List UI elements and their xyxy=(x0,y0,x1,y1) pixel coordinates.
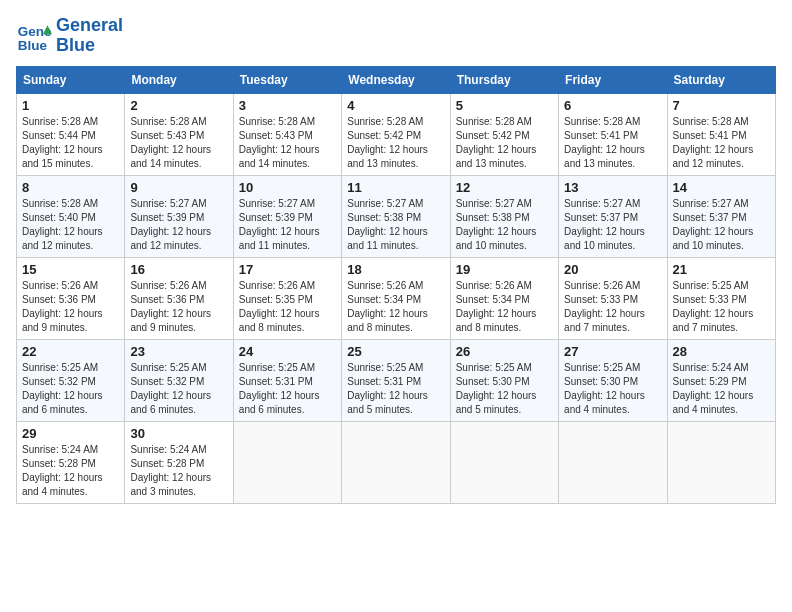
calendar-day-9: 9 Sunrise: 5:27 AMSunset: 5:39 PMDayligh… xyxy=(125,175,233,257)
day-detail: Sunrise: 5:28 AMSunset: 5:42 PMDaylight:… xyxy=(456,116,537,169)
empty-cell xyxy=(233,421,341,503)
day-detail: Sunrise: 5:25 AMSunset: 5:32 PMDaylight:… xyxy=(22,362,103,415)
calendar-day-3: 3 Sunrise: 5:28 AMSunset: 5:43 PMDayligh… xyxy=(233,93,341,175)
day-detail: Sunrise: 5:27 AMSunset: 5:39 PMDaylight:… xyxy=(239,198,320,251)
day-detail: Sunrise: 5:25 AMSunset: 5:31 PMDaylight:… xyxy=(239,362,320,415)
page-header: General Blue General Blue xyxy=(16,16,776,56)
day-detail: Sunrise: 5:28 AMSunset: 5:42 PMDaylight:… xyxy=(347,116,428,169)
day-number: 24 xyxy=(239,344,336,359)
weekday-header-wednesday: Wednesday xyxy=(342,66,450,93)
day-detail: Sunrise: 5:25 AMSunset: 5:33 PMDaylight:… xyxy=(673,280,754,333)
day-detail: Sunrise: 5:27 AMSunset: 5:39 PMDaylight:… xyxy=(130,198,211,251)
weekday-header-friday: Friday xyxy=(559,66,667,93)
day-detail: Sunrise: 5:25 AMSunset: 5:30 PMDaylight:… xyxy=(564,362,645,415)
day-detail: Sunrise: 5:24 AMSunset: 5:29 PMDaylight:… xyxy=(673,362,754,415)
day-number: 9 xyxy=(130,180,227,195)
day-number: 25 xyxy=(347,344,444,359)
day-number: 29 xyxy=(22,426,119,441)
weekday-header-tuesday: Tuesday xyxy=(233,66,341,93)
calendar-day-13: 13 Sunrise: 5:27 AMSunset: 5:37 PMDaylig… xyxy=(559,175,667,257)
logo-icon: General Blue xyxy=(16,18,52,54)
day-detail: Sunrise: 5:26 AMSunset: 5:35 PMDaylight:… xyxy=(239,280,320,333)
day-number: 19 xyxy=(456,262,553,277)
day-number: 11 xyxy=(347,180,444,195)
day-detail: Sunrise: 5:26 AMSunset: 5:34 PMDaylight:… xyxy=(347,280,428,333)
day-detail: Sunrise: 5:27 AMSunset: 5:38 PMDaylight:… xyxy=(347,198,428,251)
day-detail: Sunrise: 5:28 AMSunset: 5:44 PMDaylight:… xyxy=(22,116,103,169)
day-number: 3 xyxy=(239,98,336,113)
day-number: 22 xyxy=(22,344,119,359)
calendar-table: SundayMondayTuesdayWednesdayThursdayFrid… xyxy=(16,66,776,504)
calendar-day-1: 1 Sunrise: 5:28 AMSunset: 5:44 PMDayligh… xyxy=(17,93,125,175)
day-detail: Sunrise: 5:24 AMSunset: 5:28 PMDaylight:… xyxy=(22,444,103,497)
day-number: 16 xyxy=(130,262,227,277)
day-number: 30 xyxy=(130,426,227,441)
day-number: 28 xyxy=(673,344,770,359)
empty-cell xyxy=(667,421,775,503)
empty-cell xyxy=(559,421,667,503)
day-detail: Sunrise: 5:28 AMSunset: 5:43 PMDaylight:… xyxy=(239,116,320,169)
day-number: 1 xyxy=(22,98,119,113)
day-number: 10 xyxy=(239,180,336,195)
calendar-week-1: 1 Sunrise: 5:28 AMSunset: 5:44 PMDayligh… xyxy=(17,93,776,175)
calendar-day-5: 5 Sunrise: 5:28 AMSunset: 5:42 PMDayligh… xyxy=(450,93,558,175)
calendar-day-17: 17 Sunrise: 5:26 AMSunset: 5:35 PMDaylig… xyxy=(233,257,341,339)
calendar-day-28: 28 Sunrise: 5:24 AMSunset: 5:29 PMDaylig… xyxy=(667,339,775,421)
calendar-day-20: 20 Sunrise: 5:26 AMSunset: 5:33 PMDaylig… xyxy=(559,257,667,339)
day-detail: Sunrise: 5:28 AMSunset: 5:40 PMDaylight:… xyxy=(22,198,103,251)
empty-cell xyxy=(450,421,558,503)
day-number: 26 xyxy=(456,344,553,359)
weekday-header-thursday: Thursday xyxy=(450,66,558,93)
calendar-day-10: 10 Sunrise: 5:27 AMSunset: 5:39 PMDaylig… xyxy=(233,175,341,257)
day-number: 27 xyxy=(564,344,661,359)
day-number: 23 xyxy=(130,344,227,359)
calendar-day-23: 23 Sunrise: 5:25 AMSunset: 5:32 PMDaylig… xyxy=(125,339,233,421)
weekday-header-monday: Monday xyxy=(125,66,233,93)
calendar-day-14: 14 Sunrise: 5:27 AMSunset: 5:37 PMDaylig… xyxy=(667,175,775,257)
day-number: 20 xyxy=(564,262,661,277)
calendar-week-5: 29 Sunrise: 5:24 AMSunset: 5:28 PMDaylig… xyxy=(17,421,776,503)
day-detail: Sunrise: 5:25 AMSunset: 5:30 PMDaylight:… xyxy=(456,362,537,415)
day-detail: Sunrise: 5:28 AMSunset: 5:41 PMDaylight:… xyxy=(673,116,754,169)
day-detail: Sunrise: 5:26 AMSunset: 5:34 PMDaylight:… xyxy=(456,280,537,333)
calendar-day-7: 7 Sunrise: 5:28 AMSunset: 5:41 PMDayligh… xyxy=(667,93,775,175)
day-detail: Sunrise: 5:28 AMSunset: 5:43 PMDaylight:… xyxy=(130,116,211,169)
day-detail: Sunrise: 5:27 AMSunset: 5:37 PMDaylight:… xyxy=(673,198,754,251)
calendar-day-6: 6 Sunrise: 5:28 AMSunset: 5:41 PMDayligh… xyxy=(559,93,667,175)
day-detail: Sunrise: 5:27 AMSunset: 5:37 PMDaylight:… xyxy=(564,198,645,251)
day-number: 4 xyxy=(347,98,444,113)
day-detail: Sunrise: 5:27 AMSunset: 5:38 PMDaylight:… xyxy=(456,198,537,251)
calendar-day-30: 30 Sunrise: 5:24 AMSunset: 5:28 PMDaylig… xyxy=(125,421,233,503)
calendar-day-24: 24 Sunrise: 5:25 AMSunset: 5:31 PMDaylig… xyxy=(233,339,341,421)
calendar-day-25: 25 Sunrise: 5:25 AMSunset: 5:31 PMDaylig… xyxy=(342,339,450,421)
weekday-header-saturday: Saturday xyxy=(667,66,775,93)
svg-text:Blue: Blue xyxy=(18,37,48,52)
calendar-day-11: 11 Sunrise: 5:27 AMSunset: 5:38 PMDaylig… xyxy=(342,175,450,257)
calendar-day-2: 2 Sunrise: 5:28 AMSunset: 5:43 PMDayligh… xyxy=(125,93,233,175)
day-number: 18 xyxy=(347,262,444,277)
day-number: 17 xyxy=(239,262,336,277)
calendar-day-18: 18 Sunrise: 5:26 AMSunset: 5:34 PMDaylig… xyxy=(342,257,450,339)
day-number: 5 xyxy=(456,98,553,113)
day-detail: Sunrise: 5:26 AMSunset: 5:36 PMDaylight:… xyxy=(22,280,103,333)
day-number: 6 xyxy=(564,98,661,113)
day-detail: Sunrise: 5:25 AMSunset: 5:31 PMDaylight:… xyxy=(347,362,428,415)
calendar-week-3: 15 Sunrise: 5:26 AMSunset: 5:36 PMDaylig… xyxy=(17,257,776,339)
calendar-day-26: 26 Sunrise: 5:25 AMSunset: 5:30 PMDaylig… xyxy=(450,339,558,421)
day-detail: Sunrise: 5:26 AMSunset: 5:36 PMDaylight:… xyxy=(130,280,211,333)
calendar-day-12: 12 Sunrise: 5:27 AMSunset: 5:38 PMDaylig… xyxy=(450,175,558,257)
calendar-day-22: 22 Sunrise: 5:25 AMSunset: 5:32 PMDaylig… xyxy=(17,339,125,421)
day-number: 14 xyxy=(673,180,770,195)
calendar-week-2: 8 Sunrise: 5:28 AMSunset: 5:40 PMDayligh… xyxy=(17,175,776,257)
calendar-day-27: 27 Sunrise: 5:25 AMSunset: 5:30 PMDaylig… xyxy=(559,339,667,421)
day-detail: Sunrise: 5:28 AMSunset: 5:41 PMDaylight:… xyxy=(564,116,645,169)
calendar-day-4: 4 Sunrise: 5:28 AMSunset: 5:42 PMDayligh… xyxy=(342,93,450,175)
day-number: 12 xyxy=(456,180,553,195)
calendar-day-21: 21 Sunrise: 5:25 AMSunset: 5:33 PMDaylig… xyxy=(667,257,775,339)
day-detail: Sunrise: 5:26 AMSunset: 5:33 PMDaylight:… xyxy=(564,280,645,333)
day-number: 7 xyxy=(673,98,770,113)
calendar-day-19: 19 Sunrise: 5:26 AMSunset: 5:34 PMDaylig… xyxy=(450,257,558,339)
calendar-day-29: 29 Sunrise: 5:24 AMSunset: 5:28 PMDaylig… xyxy=(17,421,125,503)
calendar-day-8: 8 Sunrise: 5:28 AMSunset: 5:40 PMDayligh… xyxy=(17,175,125,257)
calendar-day-15: 15 Sunrise: 5:26 AMSunset: 5:36 PMDaylig… xyxy=(17,257,125,339)
